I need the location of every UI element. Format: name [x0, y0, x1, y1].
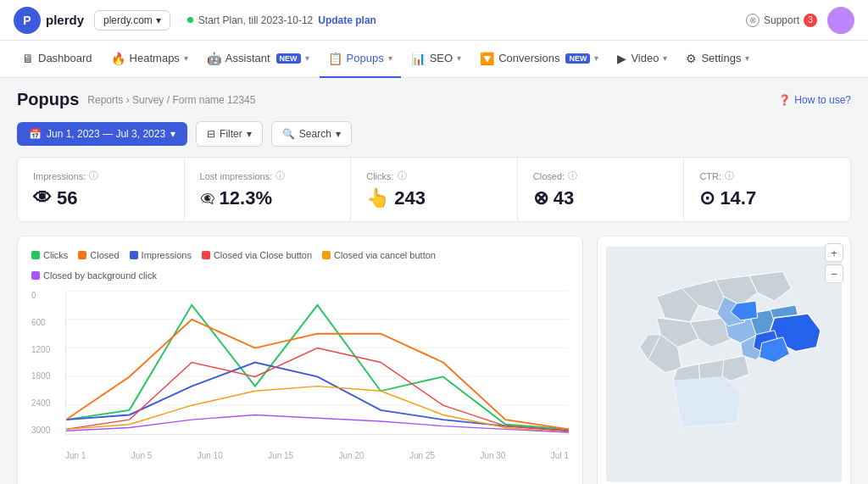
avatar[interactable] — [827, 7, 854, 34]
support-badge: 3 — [804, 14, 817, 27]
legend-closed: Closed — [78, 250, 119, 260]
legend-dot-closed — [78, 251, 86, 259]
map-zoom-controls: + − — [825, 243, 843, 283]
chevron-down-icon: ▾ — [184, 53, 188, 63]
search-label: Search — [299, 128, 331, 140]
nav-conversions[interactable]: 🔽 Conversions NEW ▾ — [471, 41, 607, 78]
impressions-value: 👁 56 — [33, 187, 169, 209]
topbar-right: ⊗ Support 3 — [746, 7, 854, 34]
zoom-out-button[interactable]: − — [825, 264, 843, 283]
site-selector[interactable]: plerdy.com ▾ — [94, 10, 170, 31]
nav-popups-label: Popups — [347, 52, 384, 64]
chart-area: 3000 2400 1800 1200 600 0 — [31, 291, 569, 460]
site-name: plerdy.com — [103, 14, 153, 26]
map-panel: + − — [597, 236, 851, 484]
logo-text: plerdy — [46, 13, 84, 27]
filter-button[interactable]: ⊟ Filter ▾ — [196, 121, 263, 147]
nav-popups[interactable]: 📋 Popups ▾ — [320, 41, 401, 78]
nav-video[interactable]: ▶ Video ▾ — [609, 41, 676, 78]
settings-icon: ⚙ — [686, 52, 697, 65]
clicks-value: 👆 243 — [366, 187, 502, 209]
map-svg — [606, 245, 842, 483]
filter-label: Filter — [220, 128, 242, 140]
logo: P plerdy — [14, 7, 84, 34]
legend-dot-bg-click — [31, 271, 40, 280]
stat-clicks: Clicks: ⓘ 👆 243 — [351, 158, 518, 221]
navbar: 🖥 Dashboard 🔥 Heatmaps ▾ 🤖 Assistant NEW… — [0, 41, 868, 78]
calendar-icon: 📅 — [29, 128, 42, 140]
stats-row: Impressions: ⓘ 👁 56 Lost impressions: ⓘ … — [17, 157, 851, 222]
closed-value: ⊗ 43 — [533, 187, 669, 209]
page-title: Popups — [17, 90, 79, 109]
ctr-icon: ⊙ — [699, 187, 715, 209]
chevron-down-icon: ▾ — [305, 53, 309, 63]
new-badge: NEW — [276, 53, 301, 64]
legend-clicks: Clicks — [31, 250, 68, 260]
support-label: Support — [764, 14, 799, 26]
support-button[interactable]: ⊗ Support 3 — [746, 14, 817, 27]
legend-impressions: Impressions — [130, 250, 192, 260]
info-icon: ⓘ — [725, 170, 734, 182]
nav-settings-label: Settings — [701, 52, 741, 64]
info-icon: ⓘ — [89, 170, 98, 182]
chart-y-labels: 3000 2400 1800 1200 600 0 — [31, 291, 62, 435]
legend-cancel-btn-label: Closed via cancel button — [334, 250, 436, 260]
click-icon: 👆 — [366, 187, 389, 209]
clicks-label: Clicks: ⓘ — [366, 170, 502, 182]
chevron-down-icon: ▾ — [156, 14, 161, 26]
chart-legend: Clicks Closed Impressions Closed via Clo… — [31, 250, 569, 281]
how-to-use-label: How to use? — [794, 94, 851, 106]
how-to-use-link[interactable]: ❓ How to use? — [778, 94, 851, 106]
legend-close-btn: Closed via Close button — [202, 250, 312, 260]
svg-point-0 — [835, 11, 847, 23]
topbar: P plerdy plerdy.com ▾ Start Plan, till 2… — [0, 0, 868, 41]
support-icon: ⊗ — [746, 14, 760, 27]
nav-heatmaps-label: Heatmaps — [130, 52, 180, 64]
chevron-down-icon: ▾ — [388, 53, 392, 63]
stat-lost-impressions: Lost impressions: ⓘ 👁‍🗨 12.3% — [185, 158, 352, 221]
eye-icon: 👁 — [33, 187, 52, 209]
date-range-label: Jun 1, 2023 — Jul 3, 2023 — [47, 128, 165, 140]
chart-svg — [65, 291, 569, 435]
closed-label: Closed: ⓘ — [533, 170, 669, 182]
date-range-button[interactable]: 📅 Jun 1, 2023 — Jul 3, 2023 ▾ — [17, 122, 187, 146]
legend-dot-impressions — [130, 251, 138, 259]
chevron-down-icon: ▾ — [457, 53, 461, 63]
svg-point-1 — [831, 24, 851, 34]
nav-settings[interactable]: ⚙ Settings ▾ — [677, 41, 758, 78]
conversions-icon: 🔽 — [480, 52, 494, 65]
ctr-label: CTR: ⓘ — [699, 170, 835, 182]
nav-dashboard[interactable]: 🖥 Dashboard — [14, 41, 101, 78]
legend-dot-close-btn — [202, 251, 210, 259]
nav-seo-label: SEO — [430, 52, 453, 64]
plan-dot-icon — [187, 17, 193, 23]
update-plan-link[interactable]: Update plan — [318, 14, 376, 26]
legend-close-btn-label: Closed via Close button — [214, 250, 312, 260]
filter-icon: ⊟ — [207, 128, 215, 140]
search-button[interactable]: 🔍 Search ▾ — [271, 121, 352, 147]
legend-dot-cancel-btn — [322, 251, 331, 259]
filter-bar: 📅 Jun 1, 2023 — Jul 3, 2023 ▾ ⊟ Filter ▾… — [0, 116, 868, 157]
nav-seo[interactable]: 📊 SEO ▾ — [403, 41, 470, 78]
legend-bg-click: Closed by background click — [31, 270, 157, 281]
nav-conversions-label: Conversions — [498, 52, 559, 64]
nav-assistant[interactable]: 🤖 Assistant NEW ▾ — [198, 41, 318, 78]
chart-panel: Clicks Closed Impressions Closed via Clo… — [17, 236, 583, 484]
stat-impressions: Impressions: ⓘ 👁 56 — [18, 158, 185, 221]
zoom-in-button[interactable]: + — [825, 243, 843, 262]
chevron-down-icon: ▾ — [170, 128, 175, 140]
chart-x-labels: Jun 1 Jun 5 Jun 10 Jun 15 Jun 20 Jun 25 … — [65, 451, 569, 460]
chevron-down-icon: ▾ — [594, 53, 598, 63]
assistant-icon: 🤖 — [207, 52, 221, 65]
dashboard-icon: 🖥 — [22, 52, 34, 65]
info-icon: ⓘ — [398, 170, 407, 182]
legend-bg-click-label: Closed by background click — [43, 270, 157, 281]
legend-clicks-label: Clicks — [43, 250, 68, 260]
info-icon: ⓘ — [275, 170, 285, 182]
popups-icon: 📋 — [328, 52, 342, 65]
nav-heatmaps[interactable]: 🔥 Heatmaps ▾ — [103, 41, 197, 78]
stat-ctr: CTR: ⓘ ⊙ 14.7 — [684, 158, 850, 221]
page-header: Popups Reports › Survey / Form name 1234… — [0, 78, 868, 116]
logo-icon: P — [14, 7, 41, 34]
chevron-down-icon: ▾ — [663, 53, 667, 63]
